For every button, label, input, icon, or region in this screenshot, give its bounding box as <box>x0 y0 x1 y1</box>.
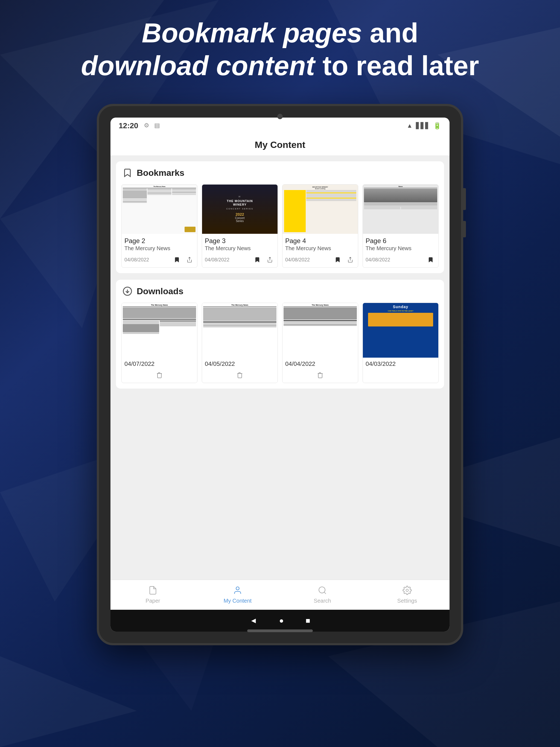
download-card-1-footer <box>122 368 197 383</box>
bookmark-card-2-actions <box>252 255 275 265</box>
bookmark-card-1-info: Page 2 The Mercury News <box>122 234 197 254</box>
delete-icon-3[interactable] <box>315 370 325 380</box>
tablet-frame: 12:20 ⚙ ▤ ▲ ▋▋▋ 🔋 My Content <box>97 104 463 645</box>
download-card-4[interactable]: Sunday CAN TESLA STAY IN THE LEAD? 04/03… <box>362 303 439 383</box>
bookmark-card-4-actions <box>426 255 436 265</box>
svg-point-16 <box>319 587 325 593</box>
home-indicator <box>247 629 313 632</box>
svg-point-18 <box>406 589 408 592</box>
bookmark-card-4-info: Page 6 The Mercury News <box>363 234 438 254</box>
bookmark-card-1-thumbnail: The Mercury News <box>122 185 197 234</box>
share-icon-2[interactable] <box>265 255 275 265</box>
bookmark-card-3-info: Page 4 The Mercury News <box>282 234 358 254</box>
gear-icon: ⚙ <box>144 122 152 130</box>
tablet-camera <box>277 114 283 119</box>
recents-button[interactable]: ■ <box>306 616 310 625</box>
download-card-4-info: 04/03/2022 <box>363 358 438 368</box>
bookmarks-section: Bookmarks The Mercury News <box>116 161 444 273</box>
bookmark-card-3-date: 04/08/2022 <box>285 257 333 263</box>
bookmark-card-1-footer: 04/08/2022 <box>122 254 197 267</box>
download-card-1-thumbnail: The Mercury News <box>122 303 197 358</box>
bookmark-card-4[interactable]: News <box>362 184 439 268</box>
hero-title-highlight: Bookmark pages <box>142 18 362 48</box>
app-header-title: My Content <box>255 139 305 150</box>
bookmark-card-2-footer: 04/08/2022 <box>202 254 278 267</box>
hero-title-and: and <box>370 18 418 48</box>
search-icon <box>318 586 327 596</box>
download-card-2-info: 04/05/2022 <box>202 358 278 368</box>
hero-title: Bookmark pages and download content to r… <box>0 17 560 82</box>
tab-search-label: Search <box>314 598 331 604</box>
tab-paper[interactable]: Paper <box>110 586 195 604</box>
downloads-section: Downloads The Mercury News <box>116 280 444 389</box>
bookmark-icon-4[interactable] <box>426 255 436 265</box>
download-card-1[interactable]: The Mercury News <box>121 303 198 383</box>
bookmark-card-3-actions <box>333 255 355 265</box>
bookmark-card-2-date: 04/08/2022 <box>205 257 252 263</box>
back-button[interactable]: ◄ <box>250 616 257 625</box>
download-card-1-info: 04/07/2022 <box>122 358 197 368</box>
tablet-side-button-top <box>462 188 466 210</box>
tab-settings[interactable]: Settings <box>365 586 450 604</box>
battery-icon: 🔋 <box>433 122 441 130</box>
bookmark-icon-2[interactable] <box>252 255 262 265</box>
bookmark-card-1-page: Page 2 <box>124 237 195 245</box>
tab-paper-label: Paper <box>146 598 160 604</box>
hero-section: Bookmark pages and download content to r… <box>0 17 560 82</box>
my-content-icon <box>233 586 242 596</box>
settings-icon <box>403 586 412 596</box>
download-card-2-thumbnail: The Mercury News <box>202 303 278 358</box>
tab-search[interactable]: Search <box>280 586 365 604</box>
bookmark-card-4-source: The Mercury News <box>365 245 436 252</box>
app-content[interactable]: Bookmarks The Mercury News <box>110 156 450 579</box>
svg-marker-9 <box>0 656 137 747</box>
android-nav-bar: ◄ ● ■ <box>110 610 450 632</box>
download-section-icon <box>121 285 133 297</box>
bookmark-card-2-source: The Mercury News <box>205 245 275 252</box>
hero-title-download: download content <box>81 50 315 81</box>
hero-title-suffix: to read later <box>322 50 479 81</box>
bookmark-card-3-footer: 04/08/2022 <box>282 254 358 267</box>
bookmark-card-4-footer: 04/08/2022 <box>363 254 438 267</box>
bookmark-card-1-actions <box>172 255 195 265</box>
tablet-side-button-mid <box>462 221 466 237</box>
download-card-3-thumbnail: The Mercury News <box>282 303 358 358</box>
download-card-2-footer <box>202 368 278 383</box>
signal-bars-icon: ▋▋▋ <box>416 122 430 129</box>
delete-icon-1[interactable] <box>154 370 164 380</box>
bookmark-card-3-source: The Mercury News <box>285 245 355 252</box>
tab-my-content[interactable]: My Content <box>195 586 280 604</box>
status-time: 12:20 <box>119 121 138 130</box>
downloads-section-header: Downloads <box>121 285 439 297</box>
wifi-icon: ▤ <box>154 122 162 130</box>
bookmark-icon-1[interactable] <box>172 255 182 265</box>
downloads-title: Downloads <box>137 286 183 297</box>
bookmark-card-2-page: Page 3 <box>205 237 275 245</box>
download-card-1-date: 04/07/2022 <box>124 360 195 367</box>
bookmark-card-4-thumbnail: News <box>363 185 438 234</box>
downloads-grid: The Mercury News <box>121 303 439 383</box>
share-icon-3[interactable] <box>345 255 355 265</box>
bookmark-icon-3[interactable] <box>333 255 342 265</box>
download-card-2[interactable]: The Mercury News <box>202 303 278 383</box>
download-card-3-date: 04/04/2022 <box>285 360 355 367</box>
home-button[interactable]: ● <box>279 616 284 625</box>
svg-point-15 <box>236 587 239 590</box>
tab-settings-label: Settings <box>397 598 417 604</box>
download-card-4-footer <box>363 368 438 373</box>
status-icons: ⚙ ▤ <box>144 122 162 130</box>
bookmark-card-2-thumbnail: ⛩ THE MOUNTAINWINERY CONCERT SERIES 2022… <box>202 185 278 234</box>
download-card-4-date: 04/03/2022 <box>365 360 436 367</box>
svg-line-17 <box>324 592 326 594</box>
bookmark-card-1-date: 04/08/2022 <box>124 257 172 263</box>
bookmark-card-3[interactable]: MOUNTAIN WINERYEvent Listing <box>282 184 358 268</box>
tab-my-content-label: My Content <box>224 598 252 604</box>
bookmark-card-2[interactable]: ⛩ THE MOUNTAINWINERY CONCERT SERIES 2022… <box>202 184 278 268</box>
bookmarks-grid: The Mercury News <box>121 184 439 268</box>
bookmark-card-3-thumbnail: MOUNTAIN WINERYEvent Listing <box>282 185 358 234</box>
bookmark-card-1[interactable]: The Mercury News <box>121 184 198 268</box>
delete-icon-2[interactable] <box>235 370 245 380</box>
bookmark-card-2-info: Page 3 The Mercury News <box>202 234 278 254</box>
download-card-3[interactable]: The Mercury News <box>282 303 358 383</box>
share-icon-1[interactable] <box>184 255 195 265</box>
